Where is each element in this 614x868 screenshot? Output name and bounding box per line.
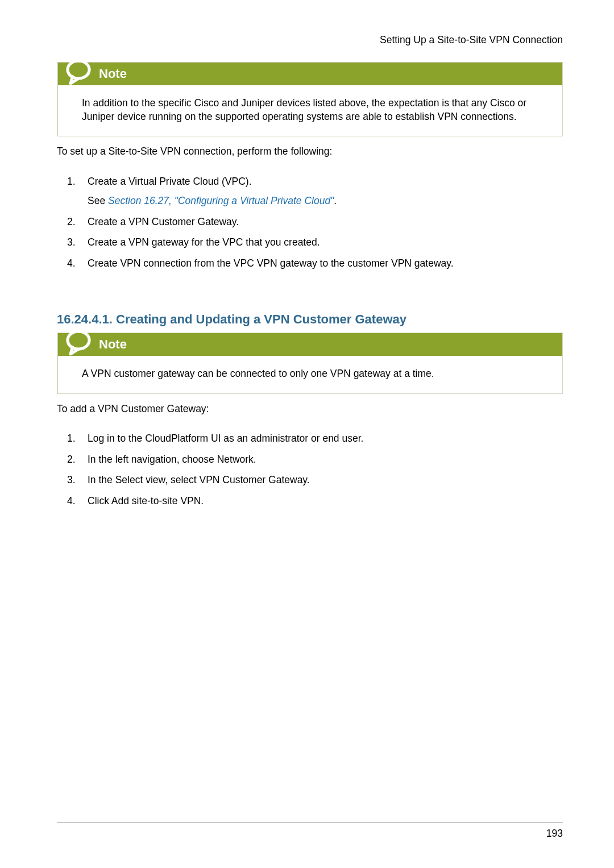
note-box-compatibility: Note In addition to the specific Cisco a… xyxy=(57,62,563,136)
section-number: 16.24.4.1. xyxy=(57,312,113,326)
page-footer: 193 xyxy=(57,823,563,840)
see-suffix: . xyxy=(334,195,337,206)
svg-point-1 xyxy=(68,331,89,349)
step-text: Click Add site-to-site VPN. xyxy=(88,495,204,506)
page: Setting Up a Site-to-Site VPN Connection… xyxy=(0,0,614,868)
step-text: Create a Virtual Private Cloud (VPC). xyxy=(88,176,252,187)
intro2-paragraph: To add a VPN Customer Gateway: xyxy=(57,402,563,416)
svg-point-0 xyxy=(68,61,89,78)
note-title: Note xyxy=(99,337,127,352)
vpc-config-link[interactable]: Section 16.27, "Configuring a Virtual Pr… xyxy=(108,195,334,206)
page-number: 193 xyxy=(546,828,563,839)
list-item: Log in to the CloudPlatform UI as an adm… xyxy=(57,431,563,446)
add-gateway-steps-list: Log in to the CloudPlatform UI as an adm… xyxy=(57,425,563,514)
step-sub: See Section 16.27, "Configuring a Virtua… xyxy=(88,194,563,208)
step-text: Create a VPN Customer Gateway. xyxy=(88,216,239,227)
step-text: Create VPN connection from the VPC VPN g… xyxy=(88,258,454,269)
speech-bubble-icon xyxy=(64,57,93,86)
note-icon-wrap xyxy=(58,63,98,85)
note-header: Note xyxy=(58,63,562,85)
setup-steps-list: Create a Virtual Private Cloud (VPC). Se… xyxy=(57,168,563,277)
step-text: In the left navigation, choose Network. xyxy=(88,454,256,465)
section-heading: 16.24.4.1. Creating and Updating a VPN C… xyxy=(57,312,563,327)
section-title: Creating and Updating a VPN Customer Gat… xyxy=(116,312,406,326)
list-item: Create a Virtual Private Cloud (VPC). Se… xyxy=(57,175,563,208)
note-body: In addition to the specific Cisco and Ju… xyxy=(58,85,562,136)
note-box-gateway-limit: Note A VPN customer gateway can be conne… xyxy=(57,333,563,394)
list-item: Click Add site-to-site VPN. xyxy=(57,494,563,508)
list-item: In the Select view, select VPN Customer … xyxy=(57,473,563,487)
note-icon-wrap xyxy=(58,333,98,356)
list-item: Create a VPN gateway for the VPC that yo… xyxy=(57,235,563,250)
list-item: In the left navigation, choose Network. xyxy=(57,452,563,467)
step-text: Log in to the CloudPlatform UI as an adm… xyxy=(88,433,363,444)
note-header: Note xyxy=(58,333,562,356)
note-body: A VPN customer gateway can be connected … xyxy=(58,356,562,393)
step-text: Create a VPN gateway for the VPC that yo… xyxy=(88,236,320,248)
list-item: Create a VPN Customer Gateway. xyxy=(57,215,563,229)
intro-paragraph: To set up a Site-to-Site VPN connection,… xyxy=(57,144,563,159)
speech-bubble-icon xyxy=(64,327,93,357)
step-text: In the Select view, select VPN Customer … xyxy=(88,474,310,485)
list-item: Create VPN connection from the VPC VPN g… xyxy=(57,256,563,271)
note-title: Note xyxy=(99,67,127,81)
see-prefix: See xyxy=(88,195,108,206)
running-header: Setting Up a Site-to-Site VPN Connection xyxy=(57,34,563,46)
